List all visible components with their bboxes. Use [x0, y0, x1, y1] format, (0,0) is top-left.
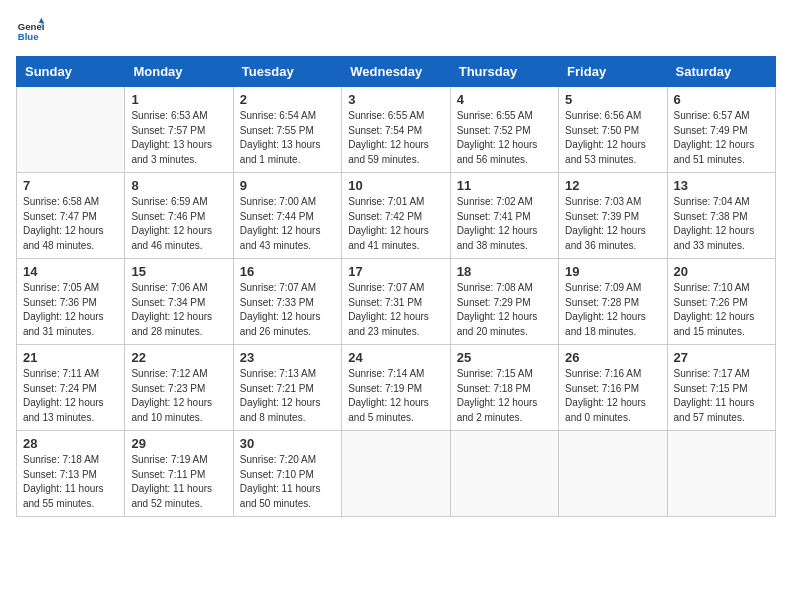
day-number: 6: [674, 92, 769, 107]
day-number: 1: [131, 92, 226, 107]
day-info: Sunrise: 7:02 AM Sunset: 7:41 PM Dayligh…: [457, 195, 552, 253]
calendar-cell: 23Sunrise: 7:13 AM Sunset: 7:21 PM Dayli…: [233, 345, 341, 431]
day-info: Sunrise: 7:16 AM Sunset: 7:16 PM Dayligh…: [565, 367, 660, 425]
calendar-cell: 11Sunrise: 7:02 AM Sunset: 7:41 PM Dayli…: [450, 173, 558, 259]
week-row-2: 7Sunrise: 6:58 AM Sunset: 7:47 PM Daylig…: [17, 173, 776, 259]
day-info: Sunrise: 6:56 AM Sunset: 7:50 PM Dayligh…: [565, 109, 660, 167]
day-number: 8: [131, 178, 226, 193]
calendar-cell: [17, 87, 125, 173]
day-info: Sunrise: 6:57 AM Sunset: 7:49 PM Dayligh…: [674, 109, 769, 167]
calendar-cell: 14Sunrise: 7:05 AM Sunset: 7:36 PM Dayli…: [17, 259, 125, 345]
calendar-cell: [667, 431, 775, 517]
day-number: 2: [240, 92, 335, 107]
calendar-cell: [450, 431, 558, 517]
header-row: SundayMondayTuesdayWednesdayThursdayFrid…: [17, 57, 776, 87]
day-info: Sunrise: 7:18 AM Sunset: 7:13 PM Dayligh…: [23, 453, 118, 511]
day-info: Sunrise: 7:20 AM Sunset: 7:10 PM Dayligh…: [240, 453, 335, 511]
day-info: Sunrise: 7:11 AM Sunset: 7:24 PM Dayligh…: [23, 367, 118, 425]
day-number: 22: [131, 350, 226, 365]
calendar-cell: 19Sunrise: 7:09 AM Sunset: 7:28 PM Dayli…: [559, 259, 667, 345]
calendar-cell: 8Sunrise: 6:59 AM Sunset: 7:46 PM Daylig…: [125, 173, 233, 259]
calendar-cell: [559, 431, 667, 517]
day-info: Sunrise: 7:07 AM Sunset: 7:33 PM Dayligh…: [240, 281, 335, 339]
day-number: 12: [565, 178, 660, 193]
column-header-friday: Friday: [559, 57, 667, 87]
day-number: 4: [457, 92, 552, 107]
day-number: 14: [23, 264, 118, 279]
calendar-cell: 2Sunrise: 6:54 AM Sunset: 7:55 PM Daylig…: [233, 87, 341, 173]
calendar-cell: 15Sunrise: 7:06 AM Sunset: 7:34 PM Dayli…: [125, 259, 233, 345]
calendar-cell: 6Sunrise: 6:57 AM Sunset: 7:49 PM Daylig…: [667, 87, 775, 173]
day-number: 28: [23, 436, 118, 451]
calendar-cell: 5Sunrise: 6:56 AM Sunset: 7:50 PM Daylig…: [559, 87, 667, 173]
calendar-cell: 10Sunrise: 7:01 AM Sunset: 7:42 PM Dayli…: [342, 173, 450, 259]
calendar-cell: 22Sunrise: 7:12 AM Sunset: 7:23 PM Dayli…: [125, 345, 233, 431]
day-info: Sunrise: 7:07 AM Sunset: 7:31 PM Dayligh…: [348, 281, 443, 339]
day-number: 9: [240, 178, 335, 193]
column-header-sunday: Sunday: [17, 57, 125, 87]
day-info: Sunrise: 6:55 AM Sunset: 7:52 PM Dayligh…: [457, 109, 552, 167]
day-number: 18: [457, 264, 552, 279]
calendar-cell: 18Sunrise: 7:08 AM Sunset: 7:29 PM Dayli…: [450, 259, 558, 345]
day-number: 5: [565, 92, 660, 107]
day-info: Sunrise: 7:10 AM Sunset: 7:26 PM Dayligh…: [674, 281, 769, 339]
day-number: 13: [674, 178, 769, 193]
week-row-4: 21Sunrise: 7:11 AM Sunset: 7:24 PM Dayli…: [17, 345, 776, 431]
calendar-cell: 28Sunrise: 7:18 AM Sunset: 7:13 PM Dayli…: [17, 431, 125, 517]
calendar-cell: 30Sunrise: 7:20 AM Sunset: 7:10 PM Dayli…: [233, 431, 341, 517]
calendar-cell: 17Sunrise: 7:07 AM Sunset: 7:31 PM Dayli…: [342, 259, 450, 345]
day-info: Sunrise: 7:05 AM Sunset: 7:36 PM Dayligh…: [23, 281, 118, 339]
day-number: 17: [348, 264, 443, 279]
calendar-cell: 3Sunrise: 6:55 AM Sunset: 7:54 PM Daylig…: [342, 87, 450, 173]
calendar-table: SundayMondayTuesdayWednesdayThursdayFrid…: [16, 56, 776, 517]
day-info: Sunrise: 6:55 AM Sunset: 7:54 PM Dayligh…: [348, 109, 443, 167]
column-header-monday: Monday: [125, 57, 233, 87]
day-info: Sunrise: 7:15 AM Sunset: 7:18 PM Dayligh…: [457, 367, 552, 425]
day-number: 15: [131, 264, 226, 279]
week-row-1: 1Sunrise: 6:53 AM Sunset: 7:57 PM Daylig…: [17, 87, 776, 173]
column-header-tuesday: Tuesday: [233, 57, 341, 87]
calendar-cell: 20Sunrise: 7:10 AM Sunset: 7:26 PM Dayli…: [667, 259, 775, 345]
calendar-cell: 27Sunrise: 7:17 AM Sunset: 7:15 PM Dayli…: [667, 345, 775, 431]
day-info: Sunrise: 6:59 AM Sunset: 7:46 PM Dayligh…: [131, 195, 226, 253]
day-number: 10: [348, 178, 443, 193]
calendar-cell: 25Sunrise: 7:15 AM Sunset: 7:18 PM Dayli…: [450, 345, 558, 431]
day-info: Sunrise: 7:13 AM Sunset: 7:21 PM Dayligh…: [240, 367, 335, 425]
week-row-3: 14Sunrise: 7:05 AM Sunset: 7:36 PM Dayli…: [17, 259, 776, 345]
day-number: 19: [565, 264, 660, 279]
day-info: Sunrise: 7:03 AM Sunset: 7:39 PM Dayligh…: [565, 195, 660, 253]
calendar-cell: 12Sunrise: 7:03 AM Sunset: 7:39 PM Dayli…: [559, 173, 667, 259]
calendar-cell: 29Sunrise: 7:19 AM Sunset: 7:11 PM Dayli…: [125, 431, 233, 517]
logo-icon: General Blue: [16, 16, 44, 44]
day-number: 23: [240, 350, 335, 365]
day-info: Sunrise: 7:17 AM Sunset: 7:15 PM Dayligh…: [674, 367, 769, 425]
calendar-cell: 21Sunrise: 7:11 AM Sunset: 7:24 PM Dayli…: [17, 345, 125, 431]
day-info: Sunrise: 7:12 AM Sunset: 7:23 PM Dayligh…: [131, 367, 226, 425]
column-header-saturday: Saturday: [667, 57, 775, 87]
page-header: General Blue: [16, 16, 776, 44]
column-header-thursday: Thursday: [450, 57, 558, 87]
day-number: 25: [457, 350, 552, 365]
calendar-cell: 7Sunrise: 6:58 AM Sunset: 7:47 PM Daylig…: [17, 173, 125, 259]
day-number: 30: [240, 436, 335, 451]
logo: General Blue: [16, 16, 44, 44]
calendar-cell: 1Sunrise: 6:53 AM Sunset: 7:57 PM Daylig…: [125, 87, 233, 173]
day-number: 20: [674, 264, 769, 279]
day-number: 7: [23, 178, 118, 193]
day-info: Sunrise: 7:14 AM Sunset: 7:19 PM Dayligh…: [348, 367, 443, 425]
day-info: Sunrise: 7:19 AM Sunset: 7:11 PM Dayligh…: [131, 453, 226, 511]
day-info: Sunrise: 7:04 AM Sunset: 7:38 PM Dayligh…: [674, 195, 769, 253]
day-info: Sunrise: 6:54 AM Sunset: 7:55 PM Dayligh…: [240, 109, 335, 167]
day-number: 16: [240, 264, 335, 279]
day-info: Sunrise: 6:53 AM Sunset: 7:57 PM Dayligh…: [131, 109, 226, 167]
column-header-wednesday: Wednesday: [342, 57, 450, 87]
calendar-cell: 4Sunrise: 6:55 AM Sunset: 7:52 PM Daylig…: [450, 87, 558, 173]
day-info: Sunrise: 7:08 AM Sunset: 7:29 PM Dayligh…: [457, 281, 552, 339]
calendar-cell: 16Sunrise: 7:07 AM Sunset: 7:33 PM Dayli…: [233, 259, 341, 345]
svg-text:Blue: Blue: [18, 31, 39, 42]
day-number: 21: [23, 350, 118, 365]
day-info: Sunrise: 7:01 AM Sunset: 7:42 PM Dayligh…: [348, 195, 443, 253]
day-info: Sunrise: 7:00 AM Sunset: 7:44 PM Dayligh…: [240, 195, 335, 253]
calendar-cell: 13Sunrise: 7:04 AM Sunset: 7:38 PM Dayli…: [667, 173, 775, 259]
calendar-cell: 9Sunrise: 7:00 AM Sunset: 7:44 PM Daylig…: [233, 173, 341, 259]
